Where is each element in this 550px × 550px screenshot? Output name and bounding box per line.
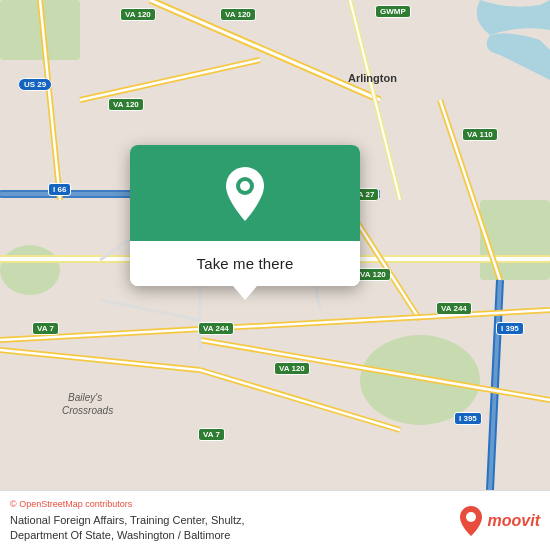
shield-label: VA 120 [120,8,156,21]
shield-va244-right: VA 244 [436,302,472,315]
shield-va120-bot2: VA 120 [274,362,310,375]
shield-label: US 29 [18,78,52,91]
shield-label: VA 110 [462,128,498,141]
popup-icon-area [130,145,360,241]
shield-label: VA 120 [108,98,144,111]
shield-va120-bot: VA 120 [355,268,391,281]
copyright-symbol: © [10,499,17,509]
popup-card: Take me there [130,145,360,286]
svg-point-38 [466,512,476,522]
place-name: National Foreign Affairs, Training Cente… [10,513,245,542]
moovit-logo: moovit [458,505,540,537]
shield-label: VA 120 [220,8,256,21]
shield-va7-bot: VA 7 [198,428,225,441]
shield-label: GWMP [375,5,411,18]
copyright-text: © OpenStreetMap contributors [10,499,245,509]
shield-va244-left: VA 244 [198,322,234,335]
location-pin-icon [221,165,269,223]
shield-i66: I 66 [48,183,71,196]
shield-label: VA 244 [198,322,234,335]
svg-point-4 [0,245,60,295]
baileys-label: Bailey's [68,392,102,403]
footer: © OpenStreetMap contributors National Fo… [0,490,550,550]
crossroads-label: Crossroads [62,405,113,416]
shield-va120-topleft: VA 120 [220,8,256,21]
shield-label: VA 7 [32,322,59,335]
shield-va120-mid: VA 120 [108,98,144,111]
moovit-pin-icon [458,505,484,537]
shield-label: VA 120 [355,268,391,281]
osm-attribution: OpenStreetMap contributors [19,499,132,509]
shield-va7: VA 7 [32,322,59,335]
shield-label: VA 120 [274,362,310,375]
shield-label: VA 244 [436,302,472,315]
moovit-text: moovit [488,512,540,530]
shield-label: I 395 [454,412,482,425]
shield-i395-bot: I 395 [454,412,482,425]
shield-i395-right: I 395 [496,322,524,335]
shield-gwmp: GWMP [375,5,411,18]
shield-label: VA 7 [198,428,225,441]
map-container: VA 120 VA 120 GWMP US 29 VA 120 VA 110 I… [0,0,550,490]
shield-label: I 395 [496,322,524,335]
shield-va110: VA 110 [462,128,498,141]
shield-us29: US 29 [18,78,52,91]
footer-left: © OpenStreetMap contributors National Fo… [10,499,245,542]
svg-point-37 [240,181,250,191]
shield-va120-top: VA 120 [120,8,156,21]
take-me-there-button[interactable]: Take me there [130,241,360,286]
svg-rect-3 [480,200,550,280]
arlington-label: Arlington [348,72,397,84]
shield-label: I 66 [48,183,71,196]
